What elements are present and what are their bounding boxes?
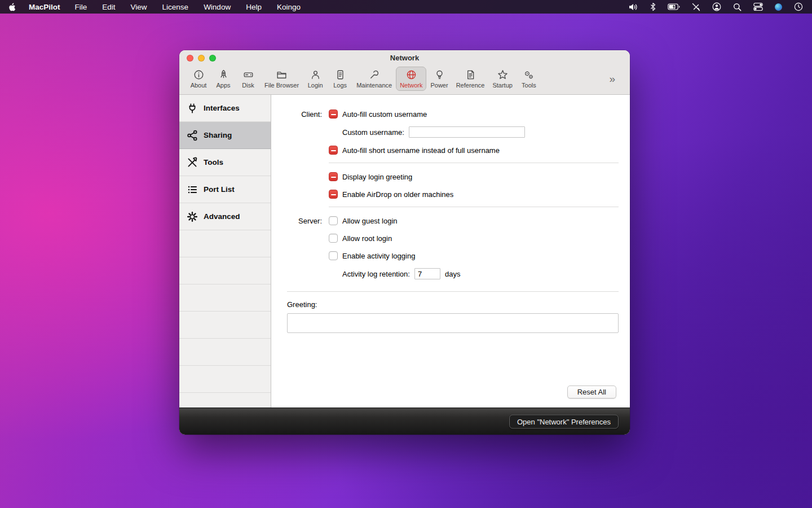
autofill-short-row: Auto-fill short username instead of full… bbox=[329, 145, 619, 155]
retention-label: Activity log retention: bbox=[342, 270, 410, 278]
server-section-label: Server: bbox=[287, 216, 322, 287]
wrench-icon bbox=[368, 69, 380, 81]
app-status-dot-icon[interactable] bbox=[775, 3, 782, 11]
toolbar-item-tools[interactable]: Tools bbox=[517, 67, 541, 91]
menu-help[interactable]: Help bbox=[246, 3, 262, 11]
toolbar-item-network[interactable]: Network bbox=[396, 67, 426, 91]
greeting-input[interactable] bbox=[287, 313, 619, 333]
zoom-button[interactable] bbox=[209, 55, 216, 62]
toolbar-item-power[interactable]: Power bbox=[426, 67, 452, 91]
open-network-preferences-button[interactable]: Open "Network" Preferences bbox=[509, 414, 619, 428]
allow-guest-row: Allow guest login bbox=[329, 216, 619, 226]
toolbar-item-disk[interactable]: Disk bbox=[236, 67, 261, 91]
greeting-label: Greeting: bbox=[287, 300, 619, 309]
sidebar-item-label: Interfaces bbox=[204, 104, 240, 112]
allow-root-label: Allow root login bbox=[342, 234, 392, 243]
autofill-custom-checkbox[interactable] bbox=[329, 110, 338, 119]
menu-license[interactable]: License bbox=[162, 3, 189, 11]
network-settings-pane: Client: Auto-fill custom username Custom… bbox=[271, 95, 630, 408]
globe-icon bbox=[405, 69, 417, 81]
search-icon[interactable] bbox=[733, 3, 742, 11]
apple-icon bbox=[9, 2, 17, 12]
plug-icon bbox=[186, 102, 198, 115]
enable-airdrop-row: Enable AirDrop on older machines bbox=[329, 189, 619, 199]
sidebar-item-tools[interactable]: Tools bbox=[179, 149, 271, 176]
divider bbox=[329, 163, 619, 163]
gears-icon bbox=[523, 69, 535, 81]
close-button[interactable] bbox=[187, 55, 193, 62]
toolbar-item-file-browser[interactable]: File Browser bbox=[261, 67, 303, 91]
toolbar-item-apps[interactable]: Apps bbox=[211, 67, 236, 91]
custom-username-input[interactable] bbox=[409, 126, 525, 138]
sidebar-empty-row bbox=[179, 339, 271, 366]
control-center-icon[interactable] bbox=[753, 2, 763, 11]
list-icon bbox=[186, 183, 198, 196]
bluetooth-icon[interactable] bbox=[650, 2, 656, 11]
server-section: Server: Allow guest login Allow root log… bbox=[287, 216, 619, 287]
window-title: Network bbox=[179, 54, 630, 62]
autofill-short-checkbox[interactable] bbox=[329, 146, 338, 155]
menubar-status-icons bbox=[629, 2, 803, 11]
toolbar-item-label: Login bbox=[308, 82, 323, 89]
divider bbox=[287, 291, 619, 292]
allow-root-row: Allow root login bbox=[329, 233, 619, 243]
lightbulb-icon bbox=[434, 69, 445, 81]
toolbar: About Apps Disk File Browser bbox=[179, 65, 630, 94]
custom-username-row: Custom username: bbox=[342, 126, 619, 138]
minimize-button[interactable] bbox=[198, 55, 205, 62]
menubar-app-name[interactable]: MacPilot bbox=[29, 3, 60, 11]
person-icon bbox=[310, 69, 321, 81]
retention-suffix: days bbox=[445, 270, 460, 278]
window-header: Network About Apps Disk bbox=[179, 50, 630, 95]
volume-icon[interactable] bbox=[629, 3, 638, 11]
title-bar[interactable]: Network bbox=[179, 50, 630, 65]
sidebar-item-interfaces[interactable]: Interfaces bbox=[179, 95, 271, 122]
toolbar-item-label: Apps bbox=[216, 82, 230, 89]
sidebar-empty-row bbox=[179, 312, 271, 339]
menu-view[interactable]: View bbox=[131, 3, 147, 11]
toolbar-item-login[interactable]: Login bbox=[303, 67, 328, 91]
toolbar-item-logs[interactable]: Logs bbox=[328, 67, 352, 91]
toolbar-item-maintenance[interactable]: Maintenance bbox=[352, 67, 396, 91]
toolbar-item-about[interactable]: About bbox=[186, 67, 211, 91]
toolbar-item-reference[interactable]: Reference bbox=[452, 67, 489, 91]
menu-file[interactable]: File bbox=[75, 3, 87, 11]
clock-icon[interactable] bbox=[794, 2, 803, 11]
sidebar-item-advanced[interactable]: Advanced bbox=[179, 203, 271, 230]
retention-input[interactable] bbox=[414, 268, 440, 279]
allow-root-checkbox[interactable] bbox=[329, 234, 338, 243]
book-icon bbox=[465, 69, 476, 81]
disk-icon bbox=[242, 69, 254, 81]
display-greeting-checkbox[interactable] bbox=[329, 172, 338, 181]
menu-bar: MacPilot File Edit View License Window H… bbox=[0, 0, 812, 14]
sidebar-item-sharing[interactable]: Sharing bbox=[179, 122, 271, 149]
toolbar-item-startup[interactable]: Startup bbox=[488, 67, 516, 91]
toolbar-item-label: File Browser bbox=[264, 82, 299, 89]
allow-guest-checkbox[interactable] bbox=[329, 216, 338, 225]
toolbar-item-label: Power bbox=[430, 82, 448, 89]
info-icon bbox=[193, 69, 205, 81]
sidebar-item-port-list[interactable]: Port List bbox=[179, 176, 271, 203]
menu-window[interactable]: Window bbox=[204, 3, 231, 11]
pencil-slash-icon[interactable] bbox=[692, 3, 700, 11]
retention-row: Activity log retention: days bbox=[342, 268, 619, 279]
menu-edit[interactable]: Edit bbox=[102, 3, 115, 11]
sidebar-empty-row bbox=[179, 284, 271, 312]
toolbar-item-label: Logs bbox=[333, 82, 347, 89]
user-icon[interactable] bbox=[712, 2, 721, 11]
apple-menu[interactable] bbox=[9, 2, 17, 12]
battery-icon[interactable] bbox=[668, 3, 680, 10]
reset-all-button[interactable]: Reset All bbox=[567, 386, 616, 398]
toolbar-item-label: Maintenance bbox=[356, 82, 392, 89]
autofill-short-label: Auto-fill short username instead of full… bbox=[342, 146, 500, 155]
enable-airdrop-checkbox[interactable] bbox=[329, 190, 338, 199]
activity-logging-checkbox[interactable] bbox=[329, 251, 338, 260]
toolbar-overflow-chevron[interactable]: » bbox=[606, 73, 615, 85]
traffic-lights bbox=[187, 50, 216, 65]
menu-koingo[interactable]: Koingo bbox=[277, 3, 301, 11]
gear-icon bbox=[186, 211, 198, 223]
sidebar-empty-row bbox=[179, 230, 271, 257]
activity-logging-row: Enable activity logging bbox=[329, 251, 619, 261]
toolbar-item-label: Disk bbox=[242, 82, 254, 89]
sidebar: Interfaces Sharing Tools Port List bbox=[179, 95, 271, 408]
